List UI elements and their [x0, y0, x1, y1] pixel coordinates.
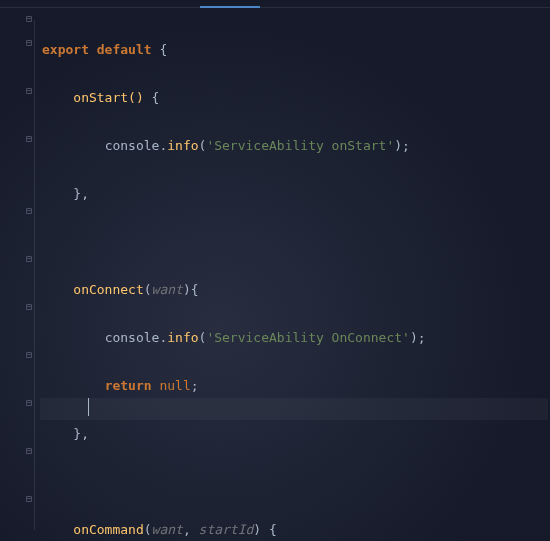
code-line[interactable]: console.info('ServiceAbility OnConnect')…: [42, 326, 441, 350]
code-line[interactable]: export default {: [42, 38, 441, 62]
code-line[interactable]: [42, 230, 441, 254]
fold-icon[interactable]: ⊟: [24, 494, 34, 504]
code-line[interactable]: },: [42, 422, 441, 446]
fold-icon[interactable]: ⊟: [24, 302, 34, 312]
editor-tabs[interactable]: [0, 0, 550, 8]
code-line[interactable]: onConnect(want){: [42, 278, 441, 302]
editor-gutter[interactable]: ⊟ ⊟ ⊟ ⊟ ⊟ ⊟ ⊟ ⊟ ⊟ ⊟ ⊟: [0, 10, 38, 540]
code-line[interactable]: },: [42, 182, 441, 206]
fold-icon[interactable]: ⊟: [24, 134, 34, 144]
fold-icon[interactable]: ⊟: [24, 206, 34, 216]
fold-icon[interactable]: ⊟: [24, 14, 34, 24]
fold-icon[interactable]: ⊟: [24, 86, 34, 96]
fold-icon[interactable]: ⊟: [24, 398, 34, 408]
text-cursor: [88, 398, 89, 416]
code-line[interactable]: [42, 470, 441, 494]
active-tab-underline: [200, 6, 260, 8]
fold-icon[interactable]: ⊟: [24, 254, 34, 264]
fold-icon[interactable]: ⊟: [24, 446, 34, 456]
code-line[interactable]: return null;: [42, 374, 441, 398]
fold-icon[interactable]: ⊟: [24, 350, 34, 360]
code-line[interactable]: onCommand(want, startId) {: [42, 518, 441, 541]
code-editor-content[interactable]: export default { onStart() { console.inf…: [42, 14, 441, 541]
code-line[interactable]: console.info('ServiceAbility onStart');: [42, 134, 441, 158]
fold-icon[interactable]: ⊟: [24, 38, 34, 48]
code-line[interactable]: onStart() {: [42, 86, 441, 110]
